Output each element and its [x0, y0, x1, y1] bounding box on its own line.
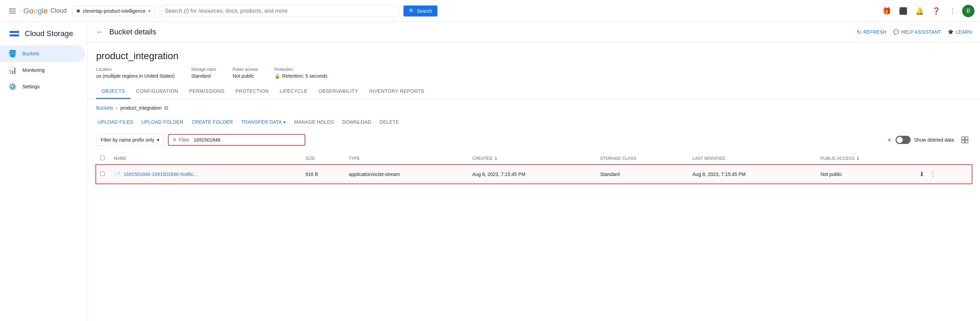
- grid-view-button[interactable]: [958, 133, 972, 147]
- clear-filter-button[interactable]: ×: [887, 136, 891, 144]
- help-icon-button[interactable]: ❓: [929, 4, 943, 18]
- project-dot-icon: [76, 9, 80, 13]
- avatar[interactable]: B: [962, 5, 975, 17]
- bucket-info: product_integration Location us (multipl…: [88, 42, 980, 84]
- google-cloud-logo: Google Cloud: [23, 6, 67, 16]
- page-title: Bucket details: [109, 27, 851, 37]
- search-icon: 🔍: [409, 8, 415, 14]
- monitoring-icon: 📊: [8, 66, 17, 74]
- copy-icon[interactable]: ⧉: [164, 105, 168, 111]
- objects-section: Buckets › product_integration ⧉ UPLOAD F…: [88, 99, 980, 189]
- terminal-icon-button[interactable]: ⬛: [896, 4, 910, 18]
- sidebar-item-buckets[interactable]: 🪣 Buckets: [0, 45, 85, 62]
- svg-rect-5: [965, 140, 968, 143]
- last-modified-column-header: Last modified: [689, 152, 816, 165]
- name-column-header: Name: [110, 152, 301, 165]
- download-row-button[interactable]: ⬇: [918, 169, 926, 179]
- delete-button[interactable]: DELETE: [379, 117, 400, 128]
- file-link[interactable]: 📄 1691501846-1691501846-Notific...: [114, 171, 297, 178]
- svg-rect-0: [10, 31, 19, 33]
- breadcrumb: Buckets › product_integration ⧉: [96, 105, 972, 111]
- toggle-thumb: [897, 137, 903, 143]
- search-input[interactable]: [165, 8, 393, 14]
- create-folder-button[interactable]: CREATE FOLDER: [190, 117, 234, 128]
- sidebar-item-monitoring[interactable]: 📊 Monitoring: [0, 62, 85, 78]
- show-deleted-toggle-area: Show deleted data: [896, 136, 954, 144]
- row-checkbox[interactable]: [100, 171, 105, 176]
- protection-meta: Protection 🔒 Retention: 5 seconds: [274, 67, 328, 79]
- bell-icon-button[interactable]: 🔔: [913, 4, 926, 18]
- row-checkbox-cell: [96, 165, 110, 184]
- help-assistant-icon: 💬: [893, 29, 899, 35]
- public-access-column-header: Public access ℹ: [816, 152, 914, 165]
- size-cell: 916 B: [301, 165, 344, 184]
- more-icon-button[interactable]: ⋮: [946, 4, 959, 18]
- search-button[interactable]: 🔍 Search: [404, 5, 438, 16]
- table-row: 📄 1691501846-1691501846-Notific... 916 B…: [96, 165, 972, 184]
- hamburger-menu[interactable]: [5, 4, 19, 18]
- tab-lifecycle[interactable]: LIFECYCLE: [274, 84, 313, 99]
- file-icon: 📄: [114, 171, 121, 178]
- refresh-button[interactable]: ↻ REFRESH: [857, 29, 886, 35]
- top-navigation: Google Cloud clevertap-product-intellige…: [0, 0, 980, 22]
- tab-protection[interactable]: PROTECTION: [230, 84, 274, 99]
- sidebar-item-label: Settings: [22, 84, 40, 89]
- gift-icon-button[interactable]: 🎁: [880, 4, 894, 18]
- help-icon[interactable]: ℹ: [495, 156, 497, 161]
- upload-folder-button[interactable]: UPLOAD FOLDER: [140, 117, 185, 128]
- sidebar-header: Cloud Storage: [0, 22, 88, 45]
- lock-icon: 🔒: [274, 73, 280, 79]
- row-actions-header: [914, 152, 972, 165]
- objects-action-bar: UPLOAD FILES UPLOAD FOLDER CREATE FOLDER…: [96, 117, 972, 128]
- sidebar-item-label: Monitoring: [22, 67, 45, 73]
- learn-button[interactable]: 🎓 LEARN: [948, 29, 972, 35]
- svg-rect-2: [962, 137, 964, 139]
- download-button[interactable]: DOWNLOAD: [341, 117, 373, 128]
- chevron-down-icon: ▾: [283, 119, 286, 125]
- header-actions: ↻ REFRESH 💬 HELP ASSISTANT 🎓 LEARN: [857, 29, 972, 35]
- manage-holds-button[interactable]: MANAGE HOLDS: [293, 117, 335, 128]
- tab-observability[interactable]: OBSERVABILITY: [313, 84, 364, 99]
- main-content: ← Bucket details ↻ REFRESH 💬 HELP ASSIST…: [88, 22, 980, 321]
- created-cell: Aug 8, 2023, 7:15:45 PM: [468, 165, 596, 184]
- refresh-icon: ↻: [857, 29, 861, 35]
- tab-configuration[interactable]: CONFIGURATION: [130, 84, 184, 99]
- svg-rect-3: [965, 137, 968, 139]
- created-column-header: Created ℹ: [468, 152, 596, 165]
- select-all-checkbox[interactable]: [100, 156, 105, 160]
- select-all-header: [96, 152, 110, 165]
- storage-class-cell: Standard: [596, 165, 689, 184]
- type-cell: application/octet-stream: [345, 165, 468, 184]
- learn-icon: 🎓: [948, 29, 954, 35]
- sidebar-item-settings[interactable]: ⚙️ Settings: [0, 78, 85, 95]
- breadcrumb-separator: ›: [116, 105, 118, 111]
- filter-icon: ≡: [173, 137, 176, 143]
- sidebar-title: Cloud Storage: [25, 29, 73, 38]
- breadcrumb-buckets-link[interactable]: Buckets: [96, 105, 113, 111]
- chevron-down-icon: ▾: [148, 9, 150, 13]
- breadcrumb-current: product_integration ⧉: [120, 105, 168, 111]
- filter-prefix-label: Filter by name prefix only: [100, 137, 154, 143]
- name-cell: 📄 1691501846-1691501846-Notific...: [110, 165, 301, 184]
- project-selector[interactable]: clevertap-product-intelligence ▾: [72, 6, 155, 16]
- tab-permissions[interactable]: PERMISSIONS: [184, 84, 230, 99]
- cloud-wordmark: Cloud: [51, 7, 67, 14]
- tab-inventory-reports[interactable]: INVENTORY REPORTS: [364, 84, 430, 99]
- storage-class-column-header: Storage class: [596, 152, 689, 165]
- upload-files-button[interactable]: UPLOAD FILES: [96, 117, 135, 128]
- cloud-storage-icon: [8, 27, 21, 40]
- help-assistant-button[interactable]: 💬 HELP ASSISTANT: [893, 29, 941, 35]
- filter-input[interactable]: [194, 137, 301, 143]
- tab-objects[interactable]: OBJECTS: [96, 84, 130, 99]
- search-bar: [159, 5, 399, 17]
- transfer-data-button[interactable]: TRANSFER DATA ▾: [240, 117, 287, 128]
- last-modified-cell: Aug 8, 2023, 7:15:45 PM: [689, 165, 816, 184]
- storage-class-meta: Storage class Standard: [191, 67, 216, 79]
- more-row-button[interactable]: ⋮: [929, 169, 937, 179]
- size-column-header: Size: [301, 152, 344, 165]
- back-button[interactable]: ←: [96, 27, 104, 37]
- help-icon[interactable]: ℹ: [857, 156, 859, 161]
- hamburger-icon: [6, 6, 19, 16]
- show-deleted-toggle[interactable]: [896, 136, 911, 144]
- filter-prefix-selector[interactable]: Filter by name prefix only ▾: [96, 134, 164, 146]
